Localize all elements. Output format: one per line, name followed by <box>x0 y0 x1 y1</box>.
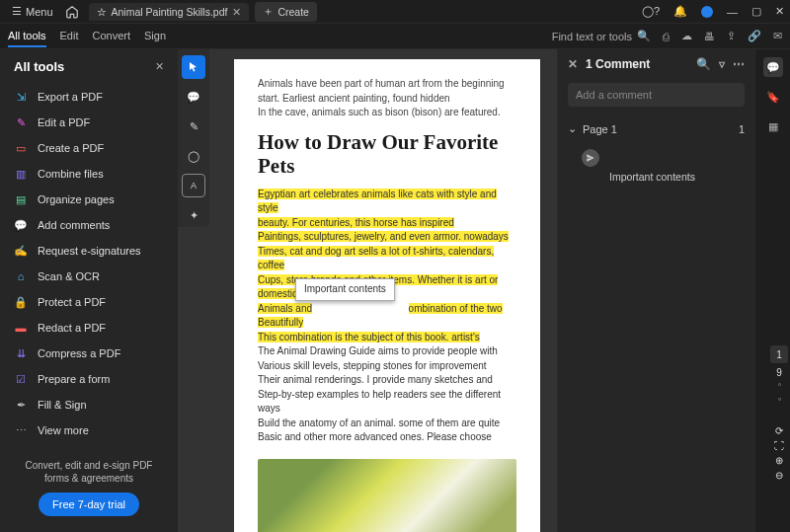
add-comment-input[interactable]: Add a comment <box>568 83 745 107</box>
doc-intro: Animals have been part of human art from… <box>258 77 516 120</box>
mail-icon[interactable]: ✉ <box>773 30 782 42</box>
tool-label: Request e-signatures <box>38 245 141 257</box>
filter-comments-icon[interactable]: ▿ <box>719 57 725 71</box>
highlight-tool[interactable]: ✎ <box>182 114 205 138</box>
tool-label: Export a PDF <box>38 91 103 103</box>
draw-tool[interactable]: ◯ <box>182 144 205 168</box>
redact-icon: ▬ <box>14 321 28 335</box>
search-box[interactable]: Find text or tools 🔍 <box>552 30 651 42</box>
tool-create-pdf[interactable]: ▭Create a PDF <box>4 135 174 161</box>
page-down-icon[interactable]: ˅ <box>777 397 782 408</box>
stamp-tool[interactable]: ✦ <box>182 203 205 227</box>
document-tab[interactable]: ☆ Animal Painting Skills.pdf ✕ <box>89 3 250 21</box>
close-comments-icon[interactable]: ✕ <box>568 57 578 71</box>
print-icon[interactable]: 🖶 <box>704 31 715 42</box>
search-placeholder: Find text or tools <box>552 31 632 42</box>
tab-all-tools[interactable]: All tools <box>8 26 46 47</box>
account-avatar[interactable] <box>701 6 713 18</box>
hamburger-icon: ☰ <box>12 5 22 18</box>
tool-compress-pdf[interactable]: ⇊Compress a PDF <box>4 341 174 366</box>
cloud-icon[interactable]: ☁ <box>681 30 692 42</box>
comment-item[interactable] <box>558 141 754 171</box>
tool-label: View more <box>38 424 89 436</box>
tool-label: Fill & Sign <box>38 399 87 411</box>
tool-protect-pdf[interactable]: 🔒Protect a PDF <box>4 289 174 315</box>
export-icon: ⇲ <box>14 90 28 104</box>
page-indicator[interactable]: 1 <box>770 345 788 363</box>
tool-export-pdf[interactable]: ⇲Export a PDF <box>4 84 174 110</box>
maximize-button[interactable]: ▢ <box>751 5 761 18</box>
tool-edit-pdf[interactable]: ✎Edit a PDF <box>4 110 174 135</box>
close-sidebar-icon[interactable]: ✕ <box>155 60 164 73</box>
menu-button[interactable]: ☰ Menu <box>6 3 59 20</box>
fill-sign-icon: ✒ <box>14 398 28 412</box>
page-up-icon[interactable]: ˄ <box>777 382 782 393</box>
comment-tool[interactable]: 💬 <box>182 85 205 109</box>
tool-fill-sign[interactable]: ✒Fill & Sign <box>4 392 174 418</box>
zoom-in-icon[interactable]: ⊕ <box>775 455 783 466</box>
comment-text: Important contents <box>558 171 754 190</box>
select-tool[interactable] <box>182 55 205 79</box>
create-icon: ▭ <box>14 141 28 155</box>
tool-label: Organize pages <box>38 193 115 205</box>
close-window-button[interactable]: ✕ <box>775 5 784 18</box>
tool-redact-pdf[interactable]: ▬Redact a PDF <box>4 315 174 341</box>
bell-icon[interactable]: 🔔 <box>673 5 687 18</box>
close-tab-icon[interactable]: ✕ <box>232 6 241 18</box>
tab-sign[interactable]: Sign <box>144 26 166 47</box>
annotation-toolbar: 💬 ✎ ◯ A ✦ <box>178 49 209 227</box>
comments-rail-icon[interactable]: 💬 <box>763 57 783 77</box>
free-trial-button[interactable]: Free 7-day trial <box>39 493 139 516</box>
tool-request-esign[interactable]: ✍Request e-signatures <box>4 238 174 264</box>
sign-request-icon: ✍ <box>14 244 28 258</box>
share-icon[interactable]: ⇪ <box>727 30 736 42</box>
scan-icon: ⌂ <box>14 269 28 283</box>
help-icon[interactable]: ◯? <box>642 5 660 18</box>
comments-page-count: 1 <box>739 123 745 135</box>
tab-title: Animal Painting Skills.pdf <box>112 6 228 18</box>
doc-heading: How to Draw Our Favorite Pets <box>258 130 516 178</box>
tool-label: Scan & OCR <box>38 270 100 282</box>
page-total: 9 <box>776 367 782 378</box>
comments-page-row[interactable]: ⌄ Page 1 1 <box>558 116 754 141</box>
plus-icon: ＋ <box>263 5 274 19</box>
search-comments-icon[interactable]: 🔍 <box>696 57 711 71</box>
tool-scan-ocr[interactable]: ⌂Scan & OCR <box>4 264 174 289</box>
sidebar-title: All tools <box>14 59 64 74</box>
create-label: Create <box>277 6 309 18</box>
tool-prepare-form[interactable]: ☑Prepare a form <box>4 366 174 392</box>
tool-label: Create a PDF <box>38 142 104 154</box>
fit-width-icon[interactable]: ⛶ <box>774 440 784 451</box>
search-icon: 🔍 <box>637 30 651 42</box>
thumbnails-rail-icon[interactable]: ▦ <box>763 116 783 136</box>
link-icon[interactable]: 🔗 <box>748 30 761 42</box>
compress-icon: ⇊ <box>14 346 28 360</box>
bookmarks-rail-icon[interactable]: 🔖 <box>763 87 783 107</box>
comments-panel: ✕ 1 Comment 🔍 ▿ ⋯ Add a comment ⌄ Page 1… <box>557 49 754 532</box>
home-button[interactable] <box>59 3 85 21</box>
comments-page-label: Page 1 <box>583 123 617 135</box>
highlight-tooltip: Important contents <box>295 278 395 301</box>
create-button[interactable]: ＋ Create <box>255 2 317 22</box>
star-icon: ☆ <box>97 6 107 18</box>
minimize-button[interactable]: — <box>727 6 738 18</box>
rotate-icon[interactable]: ⟳ <box>775 425 783 436</box>
save-icon[interactable]: ⎙ <box>663 31 670 42</box>
tab-convert[interactable]: Convert <box>93 26 131 47</box>
tool-combine-files[interactable]: ▥Combine files <box>4 161 174 187</box>
tool-view-more[interactable]: ⋯View more <box>4 418 174 443</box>
tool-organize-pages[interactable]: ▤Organize pages <box>4 187 174 212</box>
pdf-page[interactable]: Animals have been part of human art from… <box>234 59 540 532</box>
protect-icon: 🔒 <box>14 295 28 309</box>
text-tool[interactable]: A <box>182 174 205 197</box>
comment-icon: 💬 <box>14 218 28 232</box>
tool-label: Redact a PDF <box>38 322 106 334</box>
more-comments-icon[interactable]: ⋯ <box>733 57 745 71</box>
right-rail: 💬 🔖 ▦ 1 9 ˄ ˅ ⟳ ⛶ ⊕ ⊖ <box>754 49 790 532</box>
zoom-out-icon[interactable]: ⊖ <box>775 470 783 481</box>
footer-text: Convert, edit and e-sign PDFforms & agre… <box>12 459 166 485</box>
form-icon: ☑ <box>14 372 28 386</box>
tool-add-comments[interactable]: 💬Add comments <box>4 212 174 238</box>
tab-edit[interactable]: Edit <box>60 26 79 47</box>
doc-image-placeholder <box>258 459 516 532</box>
